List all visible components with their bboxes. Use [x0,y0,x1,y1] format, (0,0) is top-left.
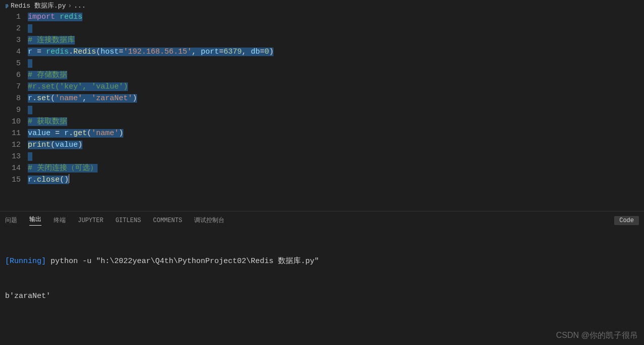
code-line[interactable]: # 连接数据库 [28,34,644,46]
line-number: 15 [0,174,21,186]
line-number: 9 [0,104,21,116]
tab-gitlens[interactable]: GITLENS [115,217,141,224]
watermark-text: CSDN @你的凯子很吊 [556,330,638,341]
breadcrumb-tail[interactable]: ... [74,2,85,10]
line-number: 12 [0,139,21,151]
code-line[interactable]: r.set('name', 'zaraNet') [28,93,644,104]
breadcrumb-file[interactable]: Redis 数据库.py [11,1,66,10]
code-line[interactable]: # 存储数据 [28,69,644,81]
output-content[interactable]: [Running] python -u "h:\2022year\Q4th\Py… [0,229,644,345]
code-line[interactable] [28,23,644,34]
code-line[interactable]: r.close() [28,174,644,186]
line-number: 5 [0,58,21,69]
output-line [5,325,639,337]
tab-problems[interactable]: 问题 [5,216,17,225]
line-number: 3 [0,34,21,46]
code-content[interactable]: import redis # 连接数据库r = redis.Redis(host… [28,11,644,211]
chevron-right-icon: › [68,2,72,10]
line-number: 6 [0,69,21,81]
tab-output[interactable]: 输出 [29,215,41,226]
output-line: [Running] python -u "h:\2022year\Q4th\Py… [5,255,639,267]
breadcrumb[interactable]: 𝖕 Redis 数据库.py › ... [0,0,644,11]
line-number: 2 [0,23,21,34]
tab-terminal[interactable]: 终端 [54,216,66,225]
code-line[interactable] [28,58,644,69]
code-line[interactable]: print(value) [28,139,644,151]
code-line[interactable]: value = r.get('name') [28,127,644,139]
line-number: 10 [0,116,21,127]
line-number: 14 [0,162,21,174]
output-line: b'zaraNet' [5,290,639,302]
panel-tabs: 问题 输出 终端 JUPYTER GITLENS COMMENTS 调试控制台 … [0,211,644,229]
tab-debug-console[interactable]: 调试控制台 [194,216,224,225]
code-line[interactable]: #r.set('key', 'value') [28,81,644,93]
code-line[interactable]: import redis [28,11,644,23]
line-number-gutter: 123456789101112131415 [0,11,28,211]
output-filter-dropdown[interactable]: Code [614,216,639,225]
line-number: 13 [0,151,21,162]
code-line[interactable]: r = redis.Redis(host='192.168.56.15', po… [28,46,644,58]
line-number: 11 [0,127,21,139]
line-number: 4 [0,46,21,58]
code-editor[interactable]: 123456789101112131415 import redis # 连接数… [0,11,644,211]
code-line[interactable]: # 获取数据 [28,116,644,127]
code-line[interactable]: # 关闭连接（可选） [28,162,644,174]
code-line[interactable] [28,104,644,116]
line-number: 1 [0,11,21,23]
line-number: 8 [0,93,21,104]
tab-comments[interactable]: COMMENTS [153,217,182,224]
python-icon: 𝖕 [5,2,9,10]
tab-jupyter[interactable]: JUPYTER [78,217,103,224]
bottom-panel: 问题 输出 终端 JUPYTER GITLENS COMMENTS 调试控制台 … [0,211,644,345]
line-number: 7 [0,81,21,93]
text-cursor [69,174,69,183]
code-line[interactable] [28,151,644,162]
